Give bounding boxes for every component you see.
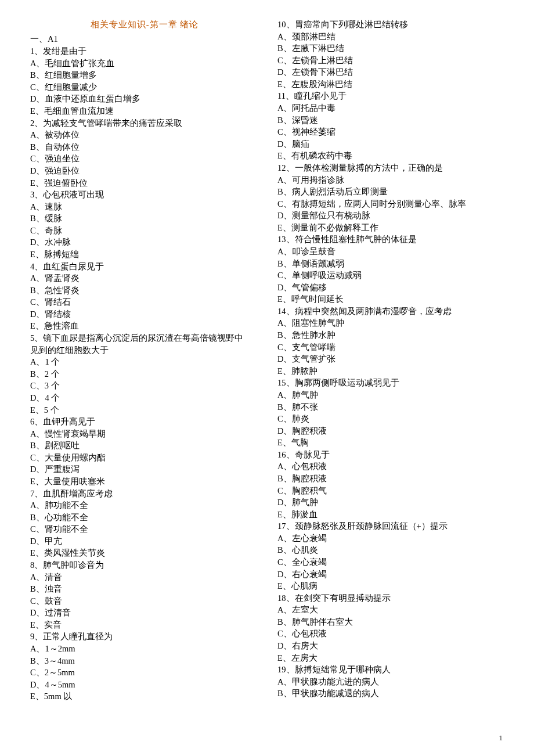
- text-line: B、2 个: [30, 368, 259, 380]
- text-line: 3、心包积液可出现: [30, 189, 259, 201]
- document-title: 相关专业知识-第一章 绪论: [30, 19, 259, 31]
- text-line: C、肾功能不全: [30, 523, 259, 535]
- text-line: E、强迫俯卧位: [30, 177, 259, 189]
- text-line: D、测量部位只有桡动脉: [277, 210, 506, 222]
- text-line: E、脉搏短绌: [30, 249, 259, 261]
- text-line: C、左锁骨上淋巴结: [277, 55, 506, 67]
- text-line: D、胸腔积液: [277, 425, 506, 437]
- text-line: A、心包积液: [277, 460, 506, 473]
- text-line: A、叩诊呈鼓音: [277, 246, 506, 258]
- text-line: B、自动体位: [30, 141, 259, 153]
- text-line: E、肺脓肿: [277, 365, 506, 377]
- text-line: C、支气管哮喘: [277, 341, 506, 354]
- text-line: D、脑疝: [277, 138, 506, 150]
- text-line: B、剧烈呕吐: [30, 440, 259, 452]
- text-line: A、速脉: [30, 201, 259, 213]
- text-line: A、可用拇指诊脉: [277, 174, 506, 186]
- text-line: B、左腋下淋巴结: [277, 42, 506, 55]
- page-number: 1: [499, 733, 503, 743]
- text-line: C、鼓音: [30, 595, 259, 607]
- text-line: 5、镜下血尿是指离心沉淀后的尿沉渣在每高倍镜视野中: [30, 332, 259, 344]
- text-line: A、肺功能不全: [30, 499, 259, 512]
- text-line: B、急性肾炎: [30, 285, 259, 297]
- text-line: A、肺气肿: [277, 389, 506, 401]
- text-line: A、阿托品中毒: [277, 102, 506, 114]
- text-line: A、慢性肾衰竭早期: [30, 428, 259, 440]
- text-line: 8、肺气肿叩诊音为: [30, 559, 259, 571]
- text-line: B、病人剧烈活动后立即测量: [277, 186, 506, 198]
- text-line: D、气管偏移: [277, 282, 506, 294]
- text-line: 15、胸廓两侧呼吸运动减弱见于: [277, 377, 506, 389]
- text-line: B、甲状腺功能减退的病人: [277, 687, 506, 700]
- text-line: A、颈部淋巴结: [277, 31, 506, 43]
- text-line: A、左心衰竭: [277, 532, 506, 545]
- text-line: C、肺炎: [277, 413, 506, 425]
- text-line: B、肺不张: [277, 401, 506, 413]
- text-line: A、被动体位: [30, 129, 259, 141]
- text-line: B、单侧语颤减弱: [277, 258, 506, 270]
- text-line: E、5mm 以: [30, 690, 259, 703]
- text-line: E、肺淤血: [277, 509, 506, 521]
- text-line: D、肺气肿: [277, 496, 506, 509]
- text-line: 14、病程中突然闻及两肺满布湿啰音，应考虑: [277, 305, 506, 318]
- text-line: 见到的红细胞数大于: [30, 344, 259, 357]
- text-line: E、毛细血管血流加速: [30, 105, 259, 117]
- text-line: D、水冲脉: [30, 236, 259, 249]
- text-line: E、实音: [30, 619, 259, 631]
- text-line: A、毛细血管扩张充血: [30, 57, 259, 70]
- text-line: E、大量使用呋塞米: [30, 476, 259, 488]
- text-line: E、心肌病: [277, 580, 506, 592]
- text-line: D、严重腹泻: [30, 463, 259, 476]
- text-line: C、强迫坐位: [30, 153, 259, 165]
- text-line: E、5 个: [30, 404, 259, 416]
- text-line: D、4～5mm: [30, 679, 259, 691]
- text-line: B、缓脉: [30, 213, 259, 225]
- text-line: B、肺气肿伴右室大: [277, 616, 506, 628]
- text-line: D、支气管扩张: [277, 353, 506, 365]
- text-line: 17、颈静脉怒张及肝颈静脉回流征（+）提示: [277, 520, 506, 532]
- text-line: B、红细胞量增多: [30, 69, 259, 81]
- text-line: 10、胃癌常向下列哪处淋巴结转移: [277, 19, 506, 31]
- text-line: 2、为减轻支气管哮喘带来的痛苦应采取: [30, 117, 259, 129]
- text-line: B、心功能不全: [30, 512, 259, 524]
- right-column: 10、胃癌常向下列哪处淋巴结转移A、颈部淋巴结B、左腋下淋巴结C、左锁骨上淋巴结…: [277, 19, 506, 703]
- text-line: D、4 个: [30, 392, 259, 404]
- text-line: 12、一般体检测量脉搏的方法中，正确的是: [277, 162, 506, 174]
- column-1-body: 1、发绀是由于A、毛细血管扩张充血B、红细胞量增多C、红细胞量减少D、血液中还原…: [30, 45, 259, 703]
- text-line: C、2～5mm: [30, 667, 259, 679]
- text-line: 7、血肌酐增高应考虑: [30, 488, 259, 500]
- left-column: 相关专业知识-第一章 绪论 一、A1 1、发绀是由于A、毛细血管扩张充血B、红细…: [30, 19, 259, 703]
- text-line: C、视神经萎缩: [277, 126, 506, 138]
- text-line: 16、奇脉见于: [277, 449, 506, 461]
- text-line: B、浊音: [30, 583, 259, 595]
- section-heading: 一、A1: [30, 33, 259, 45]
- text-line: C、单侧呼吸运动减弱: [277, 269, 506, 282]
- text-line: 11、瞳孔缩小见于: [277, 90, 506, 102]
- text-line: B、急性肺水肿: [277, 329, 506, 341]
- page-content: 相关专业知识-第一章 绪论 一、A1 1、发绀是由于A、毛细血管扩张充血B、红细…: [0, 0, 534, 703]
- text-line: E、呼气时间延长: [277, 293, 506, 305]
- text-line: D、血液中还原血红蛋白增多: [30, 93, 259, 105]
- text-line: A、肾盂肾炎: [30, 272, 259, 285]
- text-line: C、胸腔积气: [277, 485, 506, 497]
- text-line: D、强迫卧位: [30, 165, 259, 177]
- text-line: A、左室大: [277, 604, 506, 616]
- text-line: B、深昏迷: [277, 114, 506, 127]
- text-line: D、过清音: [30, 607, 259, 619]
- text-line: E、左房大: [277, 652, 506, 664]
- text-line: 1、发绀是由于: [30, 45, 259, 57]
- text-line: D、左锁骨下淋巴结: [277, 66, 506, 78]
- text-line: C、肾结石: [30, 296, 259, 308]
- text-line: B、心肌炎: [277, 544, 506, 556]
- text-line: 18、在剑突下有明显搏动提示: [277, 592, 506, 604]
- text-line: D、右房大: [277, 640, 506, 652]
- text-line: A、1 个: [30, 356, 259, 368]
- text-line: E、急性溶血: [30, 320, 259, 332]
- text-line: A、甲状腺功能亢进的病人: [277, 676, 506, 688]
- text-line: C、红细胞量减少: [30, 81, 259, 93]
- text-line: A、阻塞性肺气肿: [277, 317, 506, 329]
- text-line: 13、符合慢性阻塞性肺气肿的体征是: [277, 233, 506, 246]
- text-line: 4、血红蛋白尿见于: [30, 261, 259, 273]
- column-2-body: 10、胃癌常向下列哪处淋巴结转移A、颈部淋巴结B、左腋下淋巴结C、左锁骨上淋巴结…: [277, 19, 506, 700]
- text-line: B、3～4mm: [30, 655, 259, 667]
